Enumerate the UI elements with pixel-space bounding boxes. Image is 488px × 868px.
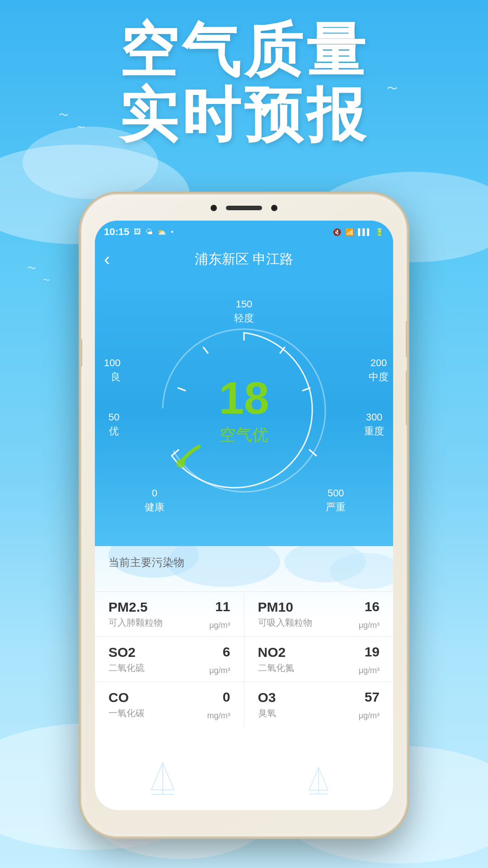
- co-cell: CO 一氧化碳 0 mg/m³: [95, 682, 244, 727]
- label-50: 50 优: [108, 410, 119, 439]
- phone-frame: 10:15 🖼 🌤 ⛅ • 🔇 📶 ▌▌▌ 🔋 ‹ 浦东新区 申江路: [81, 194, 407, 836]
- pollutant-row-2: SO2 二氧化硫 6 μg/m³ NO2 二氧化氮 19 μg/m³: [95, 637, 393, 682]
- o3-unit: μg/m³: [359, 711, 380, 721]
- location-title: 浦东新区 申江路: [195, 250, 293, 269]
- title-section: 空气质量 实时预报: [0, 18, 488, 147]
- dot-icon: •: [171, 228, 174, 236]
- co-unit: mg/m³: [207, 711, 230, 721]
- svg-line-2: [178, 388, 185, 391]
- mute-icon: 🔇: [333, 228, 342, 236]
- nav-bar: ‹ 浦东新区 申江路: [95, 243, 393, 275]
- svg-point-8: [176, 459, 185, 468]
- pm25-unit: μg/m³: [209, 621, 230, 630]
- title-line2: 实时预报: [0, 83, 488, 147]
- o3-cell: O3 臭氧 57 μg/m³: [244, 682, 394, 727]
- sailboat-2: [307, 765, 330, 797]
- earpiece-speaker: [226, 206, 262, 210]
- sailboat-1: [149, 760, 176, 797]
- bird-4: 〜: [43, 276, 50, 285]
- gauge-wrapper: 150 轻度 100 良 200 中度 50 优: [136, 302, 352, 519]
- power-button: [81, 339, 82, 366]
- pm10-cell: PM10 可吸入颗粒物 16 μg/m³: [244, 592, 394, 637]
- so2-name: SO2: [108, 645, 230, 660]
- phone-container: 10:15 🖼 🌤 ⛅ • 🔇 📶 ▌▌▌ 🔋 ‹ 浦东新区 申江路: [81, 194, 407, 836]
- so2-cell: SO2 二氧化硫 6 μg/m³: [95, 637, 244, 682]
- battery-icon: 🔋: [375, 228, 384, 236]
- no2-value: 19: [365, 644, 380, 660]
- back-button[interactable]: ‹: [104, 249, 110, 269]
- volume-button-down: [406, 371, 407, 425]
- gauge-center: 18 空气优: [219, 375, 269, 446]
- aqi-value: 18: [219, 375, 269, 420]
- no2-cell: NO2 二氧化氮 19 μg/m³: [244, 637, 394, 682]
- co-name: CO: [108, 690, 230, 705]
- weather-icon: 🌤: [145, 228, 153, 236]
- front-camera: [211, 205, 217, 211]
- no2-name: NO2: [258, 645, 380, 660]
- status-bar: 10:15 🖼 🌤 ⛅ • 🔇 📶 ▌▌▌ 🔋: [95, 221, 393, 243]
- pm10-value: 16: [365, 599, 380, 614]
- co-value: 0: [223, 689, 230, 705]
- title-line1: 空气质量: [0, 18, 488, 83]
- pm25-cell: PM2.5 可入肺颗粒物 11 μg/m³: [95, 592, 244, 637]
- phone-screen: 10:15 🖼 🌤 ⛅ • 🔇 📶 ▌▌▌ 🔋 ‹ 浦东新区 申江路: [95, 221, 393, 810]
- front-sensor: [271, 205, 277, 211]
- photo-icon: 🖼: [134, 228, 141, 236]
- o3-name: O3: [258, 690, 380, 705]
- signal-icon: ▌▌▌: [358, 228, 371, 236]
- volume-button-up: [406, 321, 407, 357]
- cloud-icon: ⛅: [157, 228, 166, 236]
- label-300: 300 重度: [364, 410, 384, 439]
- status-left: 10:15 🖼 🌤 ⛅ •: [104, 226, 174, 238]
- pm25-value: 11: [215, 599, 230, 614]
- pm10-name: PM10: [258, 599, 380, 615]
- phone-top-bar: [199, 202, 289, 214]
- bird-3: 〜: [27, 262, 36, 274]
- pollutant-table: PM2.5 可入肺颗粒物 11 μg/m³ PM10 可吸入颗粒物 16 μg/…: [95, 591, 393, 727]
- wifi-icon: 📶: [345, 228, 354, 236]
- gauge-section: 150 轻度 100 良 200 中度 50 优: [95, 275, 393, 546]
- label-100: 100 良: [104, 356, 121, 384]
- no2-unit: μg/m³: [359, 666, 380, 675]
- data-panel: 当前主要污染物 PM2.5 可入肺颗粒物 11 μg/m³ PM10 可吸入颗粒…: [95, 546, 393, 810]
- label-200: 200 中度: [369, 356, 389, 384]
- pollutant-row-1: PM2.5 可入肺颗粒物 11 μg/m³ PM10 可吸入颗粒物 16 μg/…: [95, 591, 393, 637]
- status-right: 🔇 📶 ▌▌▌ 🔋: [333, 228, 384, 236]
- o3-value: 57: [365, 689, 380, 705]
- svg-line-3: [203, 347, 208, 353]
- pm25-name: PM2.5: [108, 599, 230, 615]
- so2-value: 6: [223, 644, 230, 660]
- air-quality-label: 空气优: [219, 424, 269, 446]
- pm10-unit: μg/m³: [359, 621, 380, 630]
- section-title: 当前主要污染物: [108, 555, 184, 570]
- pollutant-row-3: CO 一氧化碳 0 mg/m³ O3 臭氧 57 μg/m³: [95, 682, 393, 727]
- so2-unit: μg/m³: [209, 666, 230, 675]
- time-display: 10:15: [104, 226, 129, 238]
